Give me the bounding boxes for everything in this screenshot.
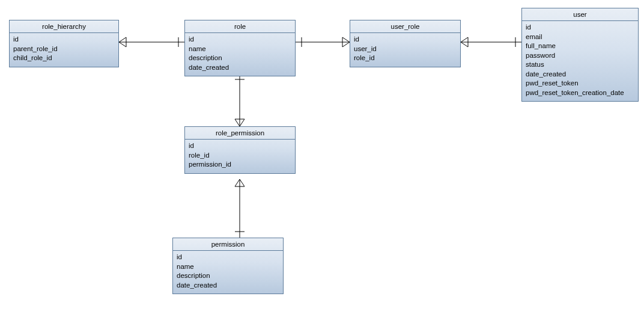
svg-line-7 (342, 37, 350, 42)
entity-attr: description (177, 271, 279, 281)
svg-line-13 (461, 42, 468, 47)
entity-attr: parent_role_id (13, 45, 115, 54)
entity-body: id email full_name password status date_… (522, 21, 638, 101)
entity-attr: user_id (354, 45, 457, 54)
entity-user: user id email full_name password status … (521, 8, 639, 102)
svg-line-12 (461, 37, 468, 42)
entity-attr: permission_id (189, 160, 291, 170)
entity-attr: date_created (526, 70, 634, 79)
entity-body: id name description date_created (185, 33, 295, 76)
entity-attr: description (189, 54, 291, 63)
entity-attr: pwd_reset_token_creation_date (526, 88, 634, 98)
entity-attr: role_id (354, 54, 457, 63)
svg-line-22 (240, 179, 245, 186)
entity-attr: id (354, 35, 457, 45)
entity-body: id name description date_created (173, 251, 283, 294)
entity-title: user_role (350, 20, 460, 33)
entity-attr: email (526, 32, 634, 42)
entity-title: role_permission (185, 127, 295, 140)
svg-line-2 (119, 37, 126, 42)
entity-user-role: user_role id user_id role_id (350, 20, 461, 67)
svg-line-3 (119, 42, 126, 47)
entity-attr: id (526, 23, 634, 32)
entity-title: permission (173, 238, 283, 251)
entity-attr: id (13, 35, 115, 45)
entity-attr: child_role_id (13, 54, 115, 63)
entity-body: id user_id role_id (350, 33, 460, 67)
entity-attr: id (189, 35, 291, 45)
er-diagram-canvas: role_hierarchy id parent_role_id child_r… (0, 0, 644, 317)
entity-attr: name (189, 45, 291, 54)
entity-attr: role_id (189, 151, 291, 161)
entity-attr: name (177, 262, 279, 272)
entity-title: role_hierarchy (10, 20, 118, 33)
entity-title: user (522, 8, 638, 21)
entity-attr: status (526, 60, 634, 70)
svg-line-17 (235, 119, 240, 126)
svg-line-18 (240, 119, 245, 126)
entity-attr: date_created (189, 63, 291, 73)
entity-role-permission: role_permission id role_id permission_id (184, 126, 296, 174)
svg-line-8 (342, 42, 350, 47)
entity-attr: password (526, 51, 634, 61)
svg-line-21 (235, 179, 240, 186)
entity-body: id role_id permission_id (185, 140, 295, 173)
entity-attr: id (189, 141, 291, 151)
entity-attr: date_created (177, 281, 279, 291)
entity-role: role id name description date_created (184, 20, 296, 76)
entity-role-hierarchy: role_hierarchy id parent_role_id child_r… (9, 20, 119, 67)
entity-attr: pwd_reset_token (526, 79, 634, 88)
entity-body: id parent_role_id child_role_id (10, 33, 118, 67)
entity-attr: id (177, 253, 279, 262)
entity-permission: permission id name description date_crea… (172, 238, 284, 294)
entity-title: role (185, 20, 295, 33)
entity-attr: full_name (526, 42, 634, 51)
